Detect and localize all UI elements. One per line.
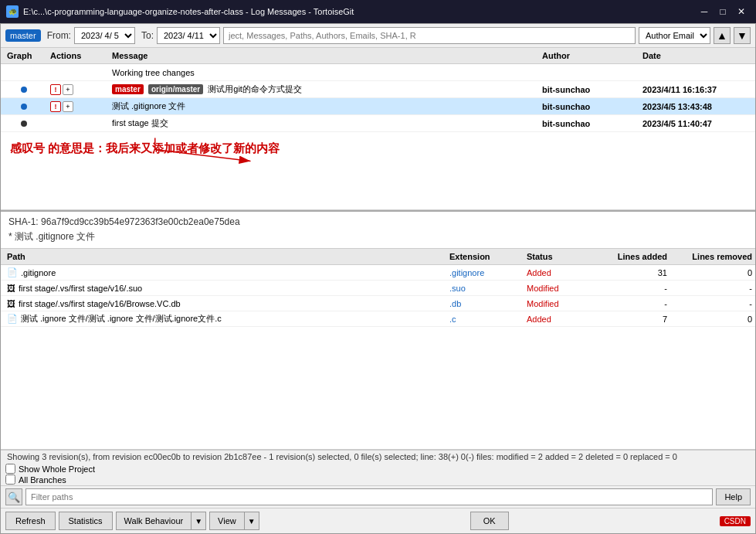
log-row-commit1[interactable]: ! + master origin/master 测试用git的命令方式提交 b…	[1, 81, 755, 98]
author-cell-3: bit-sunchao	[539, 117, 639, 130]
minimize-button[interactable]: ─	[696, 3, 713, 20]
ok-button[interactable]: OK	[470, 512, 509, 530]
view-dropdown[interactable]: ▼	[244, 512, 259, 530]
file-ext-1: .suo	[446, 282, 524, 294]
help-button[interactable]: Help	[716, 488, 751, 505]
view-button[interactable]: View	[209, 512, 244, 530]
from-date-select[interactable]: 2023/ 4/ 5	[74, 27, 135, 44]
log-area: Graph Actions Message Author Date Workin…	[1, 48, 755, 210]
status-bar: Showing 3 revision(s), from revision ec0…	[1, 450, 755, 463]
bottom-bar: Refresh Statistics Walk Behaviour ▼ View…	[1, 508, 755, 533]
maximize-button[interactable]: □	[714, 3, 731, 20]
file-path-1: 🖼 first stage/.vs/first stage/v16/.suo	[1, 282, 446, 294]
to-label: To:	[141, 30, 154, 41]
view-split-button: View ▼	[209, 512, 259, 530]
files-header: Path Extension Status Lines added Lines …	[1, 249, 755, 265]
from-label: From:	[47, 30, 71, 41]
search-input[interactable]	[223, 27, 636, 44]
file-status-3: Added	[524, 313, 593, 325]
working-tree-text: Working tree changes	[112, 68, 195, 77]
file-icon-2: 🖼	[7, 299, 15, 308]
walk-behaviour-dropdown[interactable]: ▼	[191, 512, 206, 530]
file-row-3[interactable]: 📄 测试 .ignore 文件/测试 .ignore 文件/测试.ignore文…	[1, 311, 755, 327]
sha-value: 96a7f9cd9cc39b54e972363f3e00cb2ea0e75dea	[41, 216, 240, 227]
file-added-1: -	[593, 282, 670, 294]
nav-down-button[interactable]: ▼	[734, 27, 751, 44]
close-button[interactable]: ✕	[733, 3, 750, 20]
message-cell-2: 测试 .gitignore 文件	[109, 99, 539, 114]
status-text: Showing 3 revision(s), from revision ec0…	[7, 452, 677, 461]
walk-behaviour-button[interactable]: Walk Behaviour	[116, 512, 192, 530]
file-icon-1: 🖼	[7, 284, 15, 293]
col-header-status: Status	[524, 250, 593, 263]
graph-cell	[1, 71, 47, 74]
log-row-commit3[interactable]: first stage 提交 bit-sunchao 2023/4/5 11:4…	[1, 115, 755, 132]
walk-behaviour-split-button: Walk Behaviour ▼	[116, 512, 207, 530]
file-added-2: -	[593, 298, 670, 310]
badge-origin: origin/master	[148, 84, 203, 94]
file-ext-0: .gitignore	[446, 267, 524, 279]
log-row-commit2[interactable]: ! + 测试 .gitignore 文件 bit-sunchao 2023/4/…	[1, 98, 755, 115]
commit-message: * 测试 .gitignore 文件	[8, 230, 748, 243]
all-branches-label[interactable]: All Branches	[5, 474, 751, 485]
message-cell: Working tree changes	[109, 66, 539, 79]
nav-up-button[interactable]: ▲	[714, 27, 731, 44]
graph-cell-2	[1, 102, 47, 111]
app-icon: 🐢	[6, 5, 19, 18]
file-icon-0: 📄	[7, 267, 18, 277]
statistics-button[interactable]: Statistics	[59, 512, 113, 530]
file-ext-2: .db	[446, 298, 524, 310]
file-status-2: Modified	[524, 298, 593, 310]
options-row: Show Whole Project All Branches	[1, 463, 755, 485]
file-row-1[interactable]: 🖼 first stage/.vs/first stage/v16/.suo .…	[1, 281, 755, 296]
show-whole-project-checkbox[interactable]	[5, 464, 15, 474]
file-removed-2: -	[670, 298, 755, 310]
exclaim-icon-2: !	[50, 101, 61, 112]
all-branches-text: All Branches	[19, 475, 66, 485]
to-date-select[interactable]: 2023/ 4/11	[157, 27, 220, 44]
graph-cell-1	[1, 85, 47, 94]
file-path-text-2: first stage/.vs/first stage/v16/Browse.V…	[19, 299, 181, 308]
show-whole-project-label[interactable]: Show Whole Project	[5, 464, 751, 474]
file-path-3: 📄 测试 .ignore 文件/测试 .ignore 文件/测试.ignore文…	[1, 311, 446, 326]
author-cell-2: bit-sunchao	[539, 100, 639, 113]
all-branches-checkbox[interactable]	[5, 474, 15, 485]
file-row-2[interactable]: 🖼 first stage/.vs/first stage/v16/Browse…	[1, 296, 755, 311]
window-title: E:\c...\c-programming-language-organize-…	[23, 7, 696, 16]
sha-label: SHA-1:	[8, 216, 39, 227]
col-header-path: Path	[1, 250, 446, 263]
actions-cell	[47, 71, 109, 74]
message-cell-1: master origin/master 测试用git的命令方式提交	[109, 82, 539, 97]
actions-cell-1: ! +	[47, 83, 109, 97]
date-cell-2: 2023/4/5 13:43:48	[639, 100, 755, 113]
title-bar: 🐢 E:\c...\c-programming-language-organiz…	[0, 0, 756, 23]
refresh-button[interactable]: Refresh	[5, 512, 56, 530]
annotation-area: 感叹号 的意思是：我后来又添加或者修改了新的内容	[1, 132, 755, 179]
message-cell-3: first stage 提交	[109, 116, 539, 131]
file-row-0[interactable]: 📄 .gitignore .gitignore Added 31 0	[1, 265, 755, 281]
col-header-date: Date	[639, 49, 755, 62]
graph-dot-3	[21, 121, 27, 127]
file-ext-3: .c	[446, 313, 524, 325]
file-status-1: Modified	[524, 282, 593, 294]
date-cell-3: 2023/4/5 11:40:47	[639, 117, 755, 130]
date-cell	[639, 71, 755, 74]
file-added-0: 31	[593, 267, 670, 279]
file-path-text-1: first stage/.vs/first stage/v16/.suo	[19, 284, 142, 293]
graph-cell-3	[1, 119, 47, 128]
filter-paths-input[interactable]	[25, 488, 713, 505]
file-removed-0: 0	[670, 267, 755, 279]
graph-dot-1	[21, 87, 27, 93]
file-icon-3: 📄	[7, 314, 18, 324]
file-added-3: 7	[593, 313, 670, 325]
log-row-working-tree[interactable]: Working tree changes	[1, 64, 755, 81]
graph-dot-2	[21, 104, 27, 110]
author-cell-1: bit-sunchao	[539, 83, 639, 96]
filter-type-select[interactable]: Author Email	[639, 27, 710, 44]
sha-area: SHA-1: 96a7f9cd9cc39b54e972363f3e00cb2ea…	[1, 212, 755, 249]
commit1-message: 测试用git的命令方式提交	[208, 84, 302, 94]
file-removed-3: 0	[670, 313, 755, 325]
actions-cell-3	[47, 122, 109, 125]
branch-label[interactable]: master	[5, 29, 41, 42]
col-header-removed: Lines removed	[670, 250, 755, 263]
